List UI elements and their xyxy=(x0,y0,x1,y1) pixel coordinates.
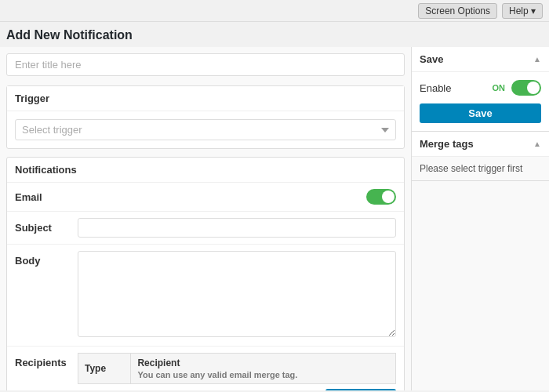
save-section-chevron-icon: ▲ xyxy=(533,55,541,64)
recipients-row: Recipients Type Recipient You can use an… xyxy=(7,347,404,390)
screen-options-button[interactable]: Screen Options xyxy=(418,3,497,19)
notifications-header: Notifications xyxy=(7,158,404,183)
body-label: Body xyxy=(15,251,78,267)
save-section-header: Save ▲ xyxy=(412,47,549,72)
email-toggle-slider xyxy=(366,189,396,205)
trigger-section-body: Select trigger xyxy=(7,111,404,148)
enable-label: Enable xyxy=(420,82,451,94)
top-bar: Screen Options Help ▾ xyxy=(0,0,549,22)
enable-toggle[interactable] xyxy=(511,80,541,96)
trigger-section: Trigger Select trigger xyxy=(6,85,405,149)
email-toggle-knob xyxy=(382,191,394,203)
enable-toggle-knob xyxy=(527,82,540,94)
subject-label: Subject xyxy=(15,218,78,234)
enable-row: Enable ON xyxy=(420,80,541,96)
save-section-body: Enable ON Save xyxy=(412,72,549,131)
merge-tags-note: Please select trigger first xyxy=(412,157,549,180)
body-control xyxy=(78,251,396,339)
merge-tags-section: Merge tags ▲ Please select trigger first xyxy=(412,132,549,181)
subject-input[interactable] xyxy=(78,218,396,238)
type-column-header: Type xyxy=(78,354,131,384)
recipients-table-header-row: Type Recipient You can use any valid ema… xyxy=(78,354,396,384)
save-section: Save ▲ Enable ON Sav xyxy=(412,47,549,132)
on-label: ON xyxy=(493,83,506,93)
title-input[interactable] xyxy=(6,53,405,76)
enable-toggle-slider xyxy=(511,80,541,96)
subject-row: Subject xyxy=(7,212,404,245)
recipients-control: Type Recipient You can use any valid ema… xyxy=(78,353,396,390)
page-title: Add New Notification xyxy=(0,22,549,47)
merge-tags-chevron-icon: ▲ xyxy=(533,140,541,148)
trigger-section-header: Trigger xyxy=(7,86,404,111)
add-recipient-button[interactable]: Add recipient xyxy=(325,389,396,390)
merge-tags-title: Merge tags xyxy=(420,138,474,150)
right-panel: Save ▲ Enable ON Sav xyxy=(412,47,549,390)
email-row: Email xyxy=(7,183,404,212)
recipients-label: Recipients xyxy=(15,353,78,368)
email-toggle[interactable] xyxy=(366,189,396,205)
save-button[interactable]: Save xyxy=(420,103,541,123)
recipient-column-header: Recipient You can use any valid email me… xyxy=(131,354,396,384)
main-layout: Trigger Select trigger Notifications Ema… xyxy=(0,47,549,390)
top-bar-right: Screen Options Help ▾ xyxy=(418,3,543,19)
subject-control xyxy=(78,218,396,238)
trigger-select[interactable]: Select trigger xyxy=(15,119,396,140)
body-textarea[interactable] xyxy=(78,251,396,337)
left-panel: Trigger Select trigger Notifications Ema… xyxy=(0,47,412,390)
save-section-title: Save xyxy=(420,53,443,65)
help-button[interactable]: Help ▾ xyxy=(502,3,543,19)
recipients-note: You can use any valid email merge tag. xyxy=(137,370,389,379)
notifications-section: Notifications Email Subject xyxy=(6,157,405,390)
recipients-table: Type Recipient You can use any valid ema… xyxy=(78,353,396,384)
enable-toggle-wrap: ON xyxy=(493,80,542,96)
merge-tags-header: Merge tags ▲ xyxy=(412,132,549,157)
body-row: Body xyxy=(7,245,404,347)
email-label: Email xyxy=(15,191,42,203)
